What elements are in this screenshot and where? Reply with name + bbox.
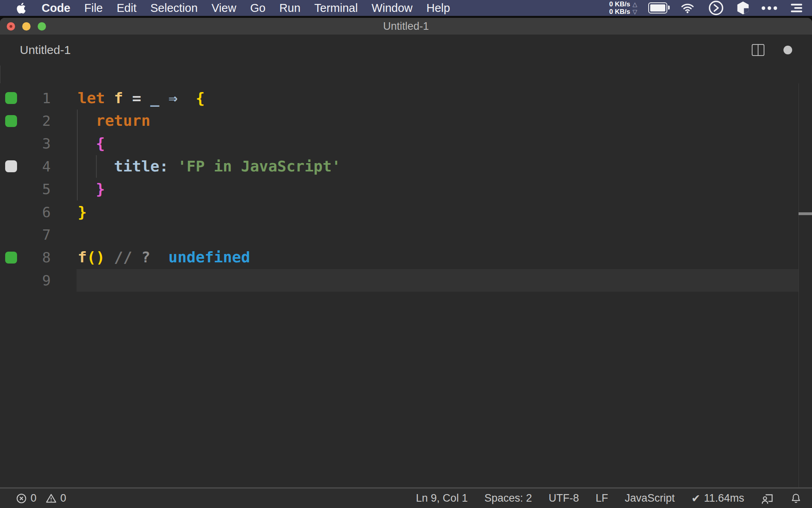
quokka-runtime-label: 11.64ms	[704, 492, 744, 504]
token-plain	[105, 248, 114, 266]
encoding-label: UTF-8	[549, 492, 579, 504]
code-line-2: return	[78, 110, 150, 132]
token-braceY: ()	[87, 248, 105, 266]
token-braceM: }	[96, 180, 105, 198]
ellipsis-icon[interactable]	[762, 6, 777, 10]
feedback-icon[interactable]	[761, 492, 774, 505]
token-kw: return	[96, 112, 150, 129]
token-fn: f	[78, 248, 87, 266]
cursor-position-label: Ln 9, Col 1	[416, 492, 468, 504]
language-mode-label: JavaScript	[625, 492, 675, 504]
token-q: ?	[141, 248, 150, 266]
code-line-6: }	[78, 201, 87, 223]
up-triangle-icon: △	[632, 0, 637, 8]
battery-icon[interactable]	[648, 2, 667, 13]
menu-edit[interactable]: Edit	[117, 2, 136, 15]
editor[interactable]: 123456789 let f = _ ⇒ { return { title: …	[0, 83, 812, 487]
close-button[interactable]	[7, 22, 15, 31]
network-down: 0 KB/s▽	[609, 8, 637, 15]
editor-actions	[752, 44, 792, 56]
menu-items: CodeFileEditSelectionViewGoRunTerminalWi…	[27, 2, 450, 15]
traffic-lights	[7, 18, 46, 35]
menu-code[interactable]: Code	[42, 2, 71, 15]
line-number: 8	[0, 246, 51, 269]
status-right: Ln 9, Col 1Spaces: 2UTF-8LFJavaScript✔11…	[416, 492, 802, 505]
warning-icon	[46, 493, 57, 504]
line-number: 2	[0, 110, 51, 132]
apple-menu-icon[interactable]	[16, 2, 27, 14]
menu-help[interactable]: Help	[427, 2, 450, 15]
screen: CodeFileEditSelectionViewGoRunTerminalWi…	[0, 0, 812, 508]
token-str: 'FP in JavaScript'	[178, 158, 341, 175]
modified-indicator-icon[interactable]	[783, 46, 792, 54]
cube-icon[interactable]	[735, 0, 751, 15]
code-line-8: f() // ? undefined	[78, 246, 250, 269]
menu-window[interactable]: Window	[372, 2, 412, 15]
token-param: _	[150, 89, 159, 107]
network-up: 0 KB/s△	[609, 0, 637, 8]
quokka-runtime[interactable]: ✔11.64ms	[691, 492, 744, 505]
token-cmt: //	[114, 248, 132, 266]
clock-icon[interactable]	[708, 0, 724, 16]
maximize-button[interactable]	[38, 22, 46, 31]
token-plain	[105, 89, 114, 107]
menu-bar-status-area: 0 KB/s△ 0 KB/s▽	[609, 0, 805, 16]
overview-ruler[interactable]	[799, 83, 799, 487]
token-plain	[150, 248, 169, 266]
line-number: 1	[0, 87, 51, 110]
encoding[interactable]: UTF-8	[549, 492, 579, 504]
minimize-button[interactable]	[22, 22, 31, 31]
title-bar[interactable]: Untitled-1	[0, 18, 812, 35]
network-speed-widget[interactable]: 0 KB/s△ 0 KB/s▽	[609, 0, 637, 15]
check-icon: ✔	[691, 492, 701, 505]
current-line-highlight	[77, 269, 799, 292]
error-count: 0	[31, 492, 36, 504]
token-plain	[78, 135, 96, 152]
language-mode[interactable]: JavaScript	[625, 492, 675, 504]
token-braceM: {	[96, 135, 105, 152]
menu-go[interactable]: Go	[250, 2, 266, 15]
token-kw: let	[78, 89, 105, 107]
status-bar: 0 0 Ln 9, Col 1Spaces: 2UTF-8LFJavaScrip…	[0, 487, 812, 508]
token-plain	[132, 248, 141, 266]
line-number: 4	[0, 155, 51, 178]
token-plain	[187, 89, 196, 107]
line-number: 3	[0, 132, 51, 155]
menu-terminal[interactable]: Terminal	[314, 2, 358, 15]
code-line-4: title: 'FP in JavaScript'	[78, 155, 341, 178]
token-op: =	[132, 89, 141, 107]
notifications-bell-icon[interactable]	[790, 493, 802, 504]
code-line-1: let f = _ ⇒ {	[78, 87, 205, 110]
token-braceY: }	[78, 203, 87, 221]
menu-file[interactable]: File	[84, 2, 103, 15]
token-plain	[78, 158, 114, 175]
line-number: 6	[0, 201, 51, 223]
wifi-icon[interactable]	[678, 1, 697, 15]
indentation[interactable]: Spaces: 2	[485, 492, 532, 504]
tab-bar: Untitled-1	[0, 35, 812, 65]
status-right-items: Ln 9, Col 1Spaces: 2UTF-8LFJavaScript✔11…	[416, 492, 744, 505]
code-line-5: }	[78, 178, 105, 200]
token-fn: f	[114, 89, 123, 107]
eol-sequence-label: LF	[596, 492, 608, 504]
line-number: 9	[0, 269, 51, 292]
menu-selection[interactable]: Selection	[150, 2, 197, 15]
problems-indicator[interactable]: 0 0	[16, 492, 72, 504]
overview-cursor-marker	[799, 212, 812, 215]
list-icon[interactable]	[788, 1, 805, 15]
warning-count: 0	[60, 492, 66, 504]
menu-view[interactable]: View	[212, 2, 236, 15]
line-number: 5	[0, 178, 51, 200]
token-plain	[78, 112, 96, 129]
token-prop: title:	[114, 158, 169, 175]
vscode-window: Untitled-1 Untitled-1 123456789 let f = …	[0, 18, 812, 508]
tab-untitled-1[interactable]: Untitled-1	[20, 43, 71, 57]
code-line-3: {	[78, 132, 105, 155]
split-editor-icon[interactable]	[752, 44, 764, 56]
token-plain	[159, 89, 169, 107]
token-plain	[169, 158, 178, 175]
menu-run[interactable]: Run	[280, 2, 301, 15]
cursor-position[interactable]: Ln 9, Col 1	[416, 492, 468, 504]
eol-sequence[interactable]: LF	[596, 492, 608, 504]
token-val: undefined	[169, 248, 250, 266]
